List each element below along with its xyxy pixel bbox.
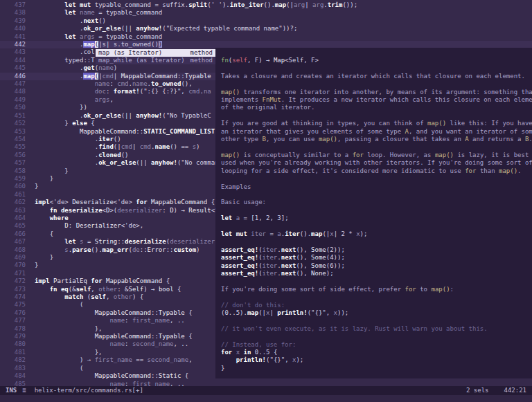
code-token: name [109, 381, 125, 387]
code-token: where [50, 214, 69, 221]
code-token: { [181, 372, 188, 379]
code-token: } [35, 183, 38, 190]
gutter-padding [26, 48, 35, 56]
code-token: PartialEq [53, 277, 87, 284]
code-line[interactable]: 485 name: first_name, .. [0, 381, 532, 387]
code-token: FnMut [263, 96, 281, 103]
code-token: deserializer [170, 238, 215, 245]
code-token: : [125, 317, 132, 324]
code-token: . [35, 64, 83, 71]
gutter-padding [26, 33, 35, 41]
code-line[interactable]: 440 .ok_or_else(|| anyhow!("Expected typ… [0, 25, 532, 33]
gutter-padding [26, 254, 35, 262]
code-token: trim [328, 1, 343, 8]
line-number: 447 [0, 80, 26, 88]
code-token [35, 246, 64, 253]
code-text: .map(|s| s.to_owned()) [35, 41, 162, 48]
code-text: let mut typable_command = suffix.split('… [35, 1, 357, 9]
doc-line: Examples [221, 183, 532, 191]
code-token: , [109, 96, 113, 103]
code-token: name [98, 64, 114, 71]
code-token: , [106, 293, 114, 300]
code-token: cloned [98, 152, 121, 158]
code-token [35, 238, 64, 245]
code-token: | [132, 143, 140, 150]
code-token: format! [114, 88, 140, 95]
code-line[interactable]: 439 .next() [0, 17, 532, 25]
line-number: 474 [0, 293, 26, 301]
code-token: { [207, 199, 215, 205]
code-token: for [353, 152, 364, 158]
code-token: |s| s.to_owned() [98, 41, 159, 48]
code-text: MappableCommand::Typable { [35, 309, 193, 317]
code-token [35, 309, 95, 316]
code-token: . [529, 136, 532, 143]
code-token: Error [148, 246, 166, 253]
code-token: . [35, 136, 98, 143]
code-token: fn [221, 57, 229, 64]
code-text: } else { [35, 120, 95, 127]
gutter-padding [26, 159, 35, 167]
code-token: } [35, 254, 53, 261]
code-token: name [80, 9, 95, 16]
gutter-padding [26, 112, 35, 120]
code-token: (), [296, 270, 311, 277]
code-token: map() [319, 136, 337, 143]
gutter-padding [26, 214, 35, 222]
code-token: for [91, 277, 102, 284]
code-token: into_iter [230, 1, 264, 8]
code-token: first_name [132, 317, 170, 324]
helix-editor-window: { "editor": { "lines": [ {"n":437,"segs"… [0, 0, 532, 402]
code-text: name: first_name, .. [35, 381, 185, 387]
code-text: ( [35, 301, 83, 309]
completion-item-map_while[interactable]: map_while (as Iterator)method [96, 57, 215, 64]
code-text: .next() [35, 17, 106, 25]
code-line[interactable]: 438 let name = typable_command [0, 9, 532, 17]
gutter-padding [26, 128, 35, 136]
completion-popup: map (as Iterator)methodmap_while (as Ite… [96, 49, 215, 65]
code-token: ) [114, 64, 117, 71]
code-token: , [91, 286, 98, 293]
code-token: map() [499, 167, 517, 174]
code-token: .col [35, 48, 95, 55]
code-line[interactable]: 441 let args = typable_command [0, 33, 532, 41]
documentation-panel[interactable]: fn(self, F) → Map<Self, F>Takes a closur… [215, 48, 532, 378]
code-line[interactable]: 437 let mut typable_command = suffix.spl… [0, 1, 532, 9]
code-text: ) ⇒ first_name == second_name, [35, 356, 193, 364]
code-token: map [311, 230, 322, 237]
code-token: let mut [64, 1, 91, 8]
code-token: : [109, 80, 117, 87]
code-token: ok_or_else [83, 25, 121, 32]
code-text: doc: format!(":{} {:?}", cmd.na [35, 88, 211, 95]
code-token: find [98, 143, 114, 150]
doc-line [221, 317, 532, 325]
code-token: (). [91, 246, 102, 253]
line-number: 468 [0, 246, 26, 254]
code-token: (":{} {:?}", [140, 88, 188, 95]
code-token: Typable [159, 309, 185, 316]
code-token: like this: If you have [446, 120, 532, 127]
code-token: Basic usage: [221, 199, 266, 205]
line-number: 452 [0, 120, 26, 127]
gutter-padding [26, 381, 35, 387]
code-token: other [98, 286, 117, 293]
line-number: 445 [0, 64, 26, 72]
line-number: 466 [0, 230, 26, 238]
code-token: . [35, 73, 83, 80]
code-token: ("No TypableC [162, 112, 211, 119]
code-text: where [35, 214, 69, 222]
code-token: name [109, 317, 125, 324]
code-token: } [221, 365, 224, 372]
command-line[interactable] [0, 395, 532, 402]
completion-item-map[interactable]: map (as Iterator)method [96, 49, 215, 57]
doc-line [221, 191, 532, 199]
code-token: :: [166, 246, 174, 253]
line-number: 450 [0, 104, 26, 111]
code-token: deserializer [117, 207, 162, 214]
code-token: cmd [117, 80, 128, 87]
code-text: }) [35, 104, 87, 111]
file-path: helix-term/src/commands.rs[+] [35, 387, 143, 394]
code-token: map [247, 309, 258, 316]
code-token: impl [35, 199, 50, 205]
code-token: (|| [121, 112, 136, 119]
